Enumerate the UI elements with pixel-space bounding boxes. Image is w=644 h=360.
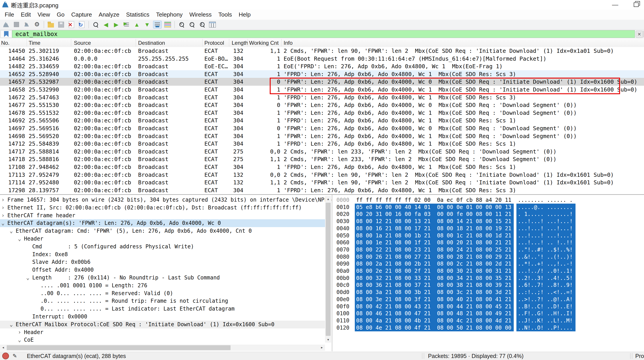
menu-help[interactable]: Help bbox=[235, 10, 254, 19]
detail-line[interactable]: ›EtherCAT frame header bbox=[0, 212, 325, 220]
expander-closed-icon[interactable]: › bbox=[18, 329, 21, 336]
hex-row-00a0[interactable]: 00a008 00 2e 21 08 00 2f 21 08 00 30 21 … bbox=[332, 267, 644, 275]
detail-line[interactable]: ⌄EtherCAT Mailbox Protocol:CoE SDO Req :… bbox=[0, 321, 325, 329]
auto-scroll-button[interactable] bbox=[152, 20, 162, 29]
packet-row-14677[interactable]: 1467725.55153002:00:0a:ec:0f:cbBroadcast… bbox=[0, 101, 644, 109]
column-header-working-cnt[interactable]: Working Cnt bbox=[249, 40, 279, 46]
detail-line[interactable]: ⌄Header bbox=[0, 235, 325, 243]
go-forward-button[interactable]: ▶ bbox=[111, 20, 121, 29]
go-to-packet-button[interactable]: ▶ bbox=[121, 20, 132, 29]
detail-line[interactable]: .0.. .... .... .... = Round trip: Frame … bbox=[0, 297, 325, 305]
hex-row-00c0[interactable]: 00c008 00 36 21 08 00 37 21 08 00 38 21 … bbox=[332, 282, 644, 289]
capture-comment-icon[interactable]: ✎ bbox=[12, 353, 17, 359]
hex-row-00f0[interactable]: 00f008 00 42 21 08 00 43 21 08 00 44 21 … bbox=[332, 303, 644, 310]
minimize-button[interactable]: — bbox=[608, 0, 622, 9]
menu-edit[interactable]: Edit bbox=[18, 10, 34, 19]
menu-view[interactable]: View bbox=[34, 10, 54, 19]
hex-row-0070[interactable]: 007008 00 22 21 08 00 23 21 08 00 24 21 … bbox=[332, 246, 644, 253]
column-header-no[interactable]: No. bbox=[1, 40, 10, 46]
close-file-button[interactable]: ✕ bbox=[66, 20, 76, 29]
menu-file[interactable]: File bbox=[1, 10, 18, 19]
hex-row-0040[interactable]: 004008 00 16 21 08 00 17 21 08 00 18 21 … bbox=[332, 225, 644, 232]
hex-row-0120[interactable]: 012008 00 4e 21 08 00 4f 21 08 00 50 21 … bbox=[332, 324, 644, 331]
column-header-destination[interactable]: Destination bbox=[138, 40, 165, 46]
detail-line[interactable]: Slave Addr: 0x00b6 bbox=[0, 258, 325, 266]
detail-line[interactable]: ›Header bbox=[0, 329, 325, 336]
detail-line[interactable]: 0... .... .... .... = Last indicator: La… bbox=[0, 305, 325, 313]
detail-line[interactable]: .... .001 0001 0100 = Length: 276 bbox=[0, 282, 325, 290]
packet-row-17108[interactable]: 1710827.94846202:00:0a:ec:0f:cbBroadcast… bbox=[0, 163, 644, 171]
detail-line[interactable]: ⌄EtherCAT datagram: Cmd: 'FPWR' (5), Len… bbox=[0, 227, 325, 235]
hex-row-00e0[interactable]: 00e008 00 3e 21 08 00 3f 21 08 00 40 21 … bbox=[332, 296, 644, 303]
packet-row-17298[interactable]: 1729828.13975702:00:0a:ec:0f:cbBroadcast… bbox=[0, 186, 644, 194]
packet-row-17113[interactable]: 1711327.95247902:00:0a:ec:0f:cbBroadcast… bbox=[0, 171, 644, 179]
detail-line[interactable]: Offset Addr: 0x4000 bbox=[0, 266, 325, 274]
menu-analyze[interactable]: Analyze bbox=[95, 10, 123, 19]
hex-row-0050[interactable]: 005008 00 1a 21 08 00 1b 21 08 00 1c 21 … bbox=[332, 232, 644, 239]
detail-line[interactable]: ›Ethernet II, Src: 02:00:0a:ec:0f:cb (02… bbox=[0, 204, 325, 212]
menu-go[interactable]: Go bbox=[54, 10, 68, 19]
column-header-time[interactable]: Time bbox=[29, 40, 40, 46]
save-file-button[interactable] bbox=[56, 20, 66, 29]
menu-tools[interactable]: Tools bbox=[215, 10, 236, 19]
restore-button[interactable] bbox=[629, 0, 643, 9]
zoom-original-button[interactable]: 1 bbox=[197, 20, 207, 29]
start-capture-button[interactable] bbox=[1, 20, 11, 29]
packet-row-14464[interactable]: 1446425.3162460.0.0.0255.255.255.255EoE-… bbox=[0, 55, 644, 63]
packet-row-14652[interactable]: 1465225.52894002:00:0a:ec:0f:cbBroadcast… bbox=[0, 70, 644, 78]
expander-closed-icon[interactable]: › bbox=[1, 212, 4, 220]
detail-line[interactable]: ›Frame 14657: 304 bytes on wire (2432 bi… bbox=[0, 196, 325, 204]
packet-row-14712[interactable]: 1471225.58483902:00:0a:ec:0f:cbBroadcast… bbox=[0, 140, 644, 148]
go-first-packet-button[interactable]: ▲ bbox=[132, 20, 142, 29]
menu-statistics[interactable]: Statistics bbox=[123, 10, 153, 19]
column-separator[interactable] bbox=[281, 39, 282, 46]
hex-row-0090[interactable]: 009008 00 2a 21 08 00 2b 21 08 00 2c 21 … bbox=[332, 260, 644, 267]
hex-row-0060[interactable]: 006008 00 1e 21 08 00 1f 21 08 00 20 21 … bbox=[332, 239, 644, 246]
display-filter-input[interactable]: ecat_mailbox bbox=[12, 30, 635, 38]
zoom-in-button[interactable]: + bbox=[176, 20, 187, 29]
hex-row-0000[interactable]: 0000ff ff ff ff ff ff 02 00 0a ec 0f cb … bbox=[332, 196, 644, 204]
expander-open-icon[interactable]: ⌄ bbox=[1, 219, 4, 227]
packet-row-14697[interactable]: 1469725.56951602:00:0a:ec:0f:cbBroadcast… bbox=[0, 124, 644, 132]
packet-row-17114[interactable]: 1711427.95248002:00:0a:ec:0f:cbBroadcast… bbox=[0, 179, 644, 186]
scroll-down-icon[interactable]: ▾ bbox=[325, 337, 331, 343]
detail-vertical-scrollbar[interactable]: ▴ ▾ bbox=[325, 196, 331, 343]
expander-open-icon[interactable]: ⌄ bbox=[10, 321, 13, 329]
packet-row-14698[interactable]: 1469825.56952002:00:0a:ec:0f:cbBroadcast… bbox=[0, 132, 644, 140]
detail-line[interactable]: ⌄CoE bbox=[0, 336, 325, 344]
go-back-button[interactable]: ◀ bbox=[101, 20, 111, 29]
colorize-packets-button[interactable] bbox=[162, 20, 173, 29]
detail-line[interactable]: Cmd : 5 (Configured address Physical Wri… bbox=[0, 243, 325, 251]
column-header-length[interactable]: Length bbox=[232, 40, 248, 46]
go-last-packet-button[interactable]: ▼ bbox=[142, 20, 152, 29]
scroll-left-icon[interactable]: ◂ bbox=[0, 345, 6, 350]
capture-options-button[interactable]: ⚙ bbox=[32, 20, 42, 29]
packet-row-14450[interactable]: 1445025.30211902:00:0a:ec:0f:cbBroadcast… bbox=[0, 47, 644, 55]
detail-line[interactable]: Interrupt: 0x0000 bbox=[0, 313, 325, 321]
column-separator[interactable] bbox=[248, 39, 248, 46]
packet-row-14678[interactable]: 1467825.55153202:00:0a:ec:0f:cbBroadcast… bbox=[0, 109, 644, 117]
column-separator[interactable] bbox=[71, 39, 71, 46]
filter-clear-button[interactable]: ✕ bbox=[636, 31, 643, 38]
menu-wireless[interactable]: Wireless bbox=[186, 10, 215, 19]
scroll-right-icon[interactable]: ▸ bbox=[319, 345, 325, 350]
column-header-info[interactable]: Info bbox=[284, 40, 292, 46]
find-packet-button[interactable] bbox=[90, 20, 101, 29]
expander-open-icon[interactable]: ⌄ bbox=[18, 336, 21, 344]
hex-row-00b0[interactable]: 00b008 00 32 21 08 00 33 21 08 00 34 21 … bbox=[332, 275, 644, 282]
hex-row-0030[interactable]: 003008 00 12 21 08 00 13 21 08 00 14 21 … bbox=[332, 218, 644, 225]
expander-closed-icon[interactable]: › bbox=[1, 196, 4, 204]
column-header-source[interactable]: Source bbox=[74, 40, 91, 46]
expander-closed-icon[interactable]: › bbox=[1, 204, 4, 212]
resize-columns-button[interactable] bbox=[207, 20, 218, 29]
hex-row-0080[interactable]: 008008 00 26 21 08 00 27 21 08 00 28 21 … bbox=[332, 253, 644, 260]
hex-row-0110[interactable]: 011008 00 4a 21 08 00 4b 21 08 00 4c 21 … bbox=[332, 317, 644, 324]
hex-row-0100[interactable]: 010008 00 46 21 08 00 47 21 08 00 48 21 … bbox=[332, 310, 644, 317]
expert-info-icon[interactable] bbox=[2, 353, 9, 359]
detail-horizontal-scrollbar[interactable]: ◂ ▸ bbox=[0, 345, 325, 351]
scrollbar-thumb[interactable] bbox=[326, 203, 330, 336]
detail-line[interactable]: ⌄Length : 276 (0x114) - No Roundtrip - L… bbox=[0, 274, 325, 282]
menu-capture[interactable]: Capture bbox=[68, 10, 95, 19]
expander-open-icon[interactable]: ⌄ bbox=[26, 274, 29, 282]
packet-row-14718[interactable]: 1471825.58881602:00:0a:ec:0f:cbBroadcast… bbox=[0, 155, 644, 163]
